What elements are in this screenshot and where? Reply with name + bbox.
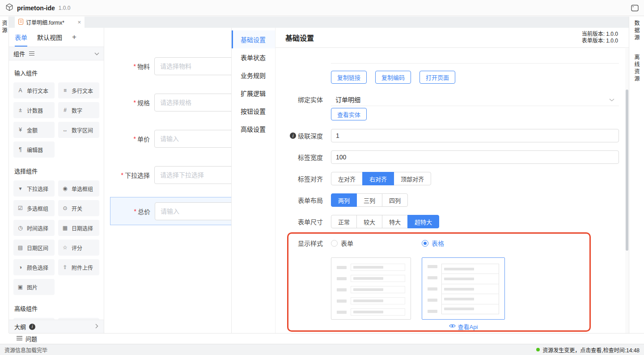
component-number-range[interactable]: ↔数字区间 [58,122,99,138]
chevron-down-icon[interactable] [94,50,99,57]
size-large-button[interactable]: 较大 [356,215,382,228]
align-top-button[interactable]: 顶部对齐 [394,172,431,185]
resources-rail-label[interactable]: 资源 [0,20,8,34]
form-size-segment: 正常 较大 特大 超特大 [331,215,439,228]
display-style-label: 显示样式 [285,239,323,248]
component-dropdown-select[interactable]: ▾下拉选择 [13,180,55,197]
field-spec[interactable]: *规格 [104,94,231,111]
form-style-preview[interactable] [331,257,411,320]
components-header[interactable]: 组件 [9,47,104,60]
component-file-upload[interactable]: ⇧附件上传 [58,259,99,275]
component-list: 输入组件 A单行文本 ≡多行文本 ±计数器 #数字 ¥金额 ↔数字区间 ¶编辑器… [9,60,104,320]
tab-order-detail-formx[interactable]: 订单明细.formx* × [15,17,85,28]
input-component-grid: A单行文本 ≡多行文本 ±计数器 #数字 ¥金额 ↔数字区间 ¶编辑器 [13,82,99,158]
component-radio-group[interactable]: ◉单选框组 [58,180,99,197]
component-amount[interactable]: ¥金额 [13,122,55,138]
nav-basic-settings[interactable]: 基础设置 [232,30,275,48]
nav-advanced-settings[interactable]: 高级设置 [232,120,275,138]
field-label-text: 单价 [137,134,150,143]
component-label: 数字区间 [72,126,93,134]
cascade-depth-input[interactable] [331,129,619,142]
time-picker-icon: ◷ [17,225,24,231]
component-checkbox-group[interactable]: ☑多选框组 [13,200,55,216]
select-section-title: 选择组件 [14,167,99,175]
scrollbar-thumb[interactable] [626,90,628,251]
size-xlarge-button[interactable]: 特大 [382,215,408,228]
outline-label: 大纲 [14,322,26,331]
radio-group-icon: ◉ [62,185,68,192]
component-label: 多选框组 [27,205,48,212]
radio-table-style[interactable]: 表格 [422,239,444,248]
version-info: 当前版本: 1.0.0 表单版本: 1.0.0 [582,31,619,44]
form-canvas[interactable]: *物料 *规格 *单价 *下拉选择 *总价 [104,28,231,333]
three-column-button[interactable]: 三列 [356,193,382,207]
component-rating[interactable]: ☆评分 [58,240,99,256]
copy-link-button[interactable]: 复制链接 [331,71,367,84]
component-date-range[interactable]: ▤日期区间 [13,240,55,256]
nav-business-rules[interactable]: 业务规则 [232,66,275,84]
form-file-icon [18,19,23,26]
entity-select[interactable]: 订单明细 [331,93,619,106]
view-api-link[interactable]: 查看Api [422,322,505,331]
tab-default-view[interactable]: 默认视图 [37,28,62,47]
add-view-button[interactable]: + [72,33,76,42]
window-icon[interactable] [631,4,639,12]
component-counter[interactable]: ±计数器 [13,102,55,118]
tab-close-icon[interactable]: × [77,19,81,25]
component-date-picker[interactable]: ▦日期选择 [58,220,99,236]
total-price-input[interactable] [155,202,231,220]
component-single-line-text[interactable]: A单行文本 [13,82,55,98]
outline-bar[interactable]: 大纲 [9,320,104,333]
radio-unchecked-icon[interactable] [331,240,338,247]
problems-bar[interactable]: 问题 [9,333,644,344]
open-page-button[interactable]: 打开页面 [419,71,455,84]
view-entity-button[interactable]: 查看实体 [331,108,367,120]
copy-code-button[interactable]: 复制编码 [375,71,411,84]
status-changed[interactable]: 资源发生变更，点击查看,检查时间:14:48 [536,346,640,354]
settings-scrollbar[interactable] [625,48,629,333]
component-number[interactable]: #数字 [58,102,99,118]
size-normal-button[interactable]: 正常 [331,215,357,228]
field-material[interactable]: *物料 [104,57,231,75]
component-panel: 表单 默认视图 + 组件 输入组件 A单行文本 ≡多行文本 ±计数器 #数字 ¥… [9,28,104,333]
chevron-right-icon[interactable] [95,323,98,330]
component-multi-line-text[interactable]: ≡多行文本 [58,82,99,98]
size-xxlarge-button[interactable]: 超特大 [407,215,439,228]
unit-price-input[interactable] [154,130,231,148]
two-column-button[interactable]: 两列 [331,193,357,207]
app-name: primeton-ide [17,4,55,12]
nav-form-state[interactable]: 表单状态 [232,48,275,66]
component-switch[interactable]: ⊙开关 [58,200,99,216]
tab-form[interactable]: 表单 [15,28,27,47]
radio-checked-icon[interactable] [422,240,428,247]
required-mark: * [134,135,136,142]
datasource-rail-label[interactable]: 数据源 [633,20,640,42]
component-color-picker[interactable]: ◑颜色选择 [13,259,55,275]
component-editor[interactable]: ¶编辑器 [13,141,55,158]
offline-resources-rail-label[interactable]: 离线资源 [633,54,640,83]
material-input[interactable] [154,57,231,75]
spec-input[interactable] [154,94,231,111]
selected-field-total-price[interactable]: *总价 [110,197,231,225]
nav-extend-logic[interactable]: 扩展逻辑 [232,84,275,102]
component-time-picker[interactable]: ◷时间选择 [13,220,55,236]
align-left-button[interactable]: 左对齐 [331,172,363,185]
current-version: 当前版本: 1.0.0 [582,31,618,38]
align-right-button[interactable]: 右对齐 [362,172,394,185]
field-dropdown[interactable]: *下拉选择 [104,166,231,184]
component-image[interactable]: ▣图片 [13,279,55,295]
select-component-grid: ▾下拉选择 ◉单选框组 ☑多选框组 ⊙开关 ◷时间选择 ▦日期选择 ▤日期区间 … [13,180,99,295]
field-total-price[interactable]: *总价 [110,202,231,220]
component-label: 多行文本 [72,87,93,94]
field-unit-price[interactable]: *单价 [104,130,231,148]
nav-button-settings[interactable]: 按钮设置 [232,102,275,120]
four-column-button[interactable]: 四列 [382,193,408,207]
display-style-row: 显示样式 表单 表格 [285,238,619,248]
resources-rail[interactable]: 资源 [0,17,9,333]
app-version: 1.0.0 [59,5,71,11]
label-width-input[interactable] [331,150,619,164]
component-label: 日期选择 [72,224,93,232]
radio-form-style[interactable]: 表单 [331,239,422,248]
table-style-preview[interactable] [422,257,505,320]
dropdown-input[interactable] [154,166,231,184]
